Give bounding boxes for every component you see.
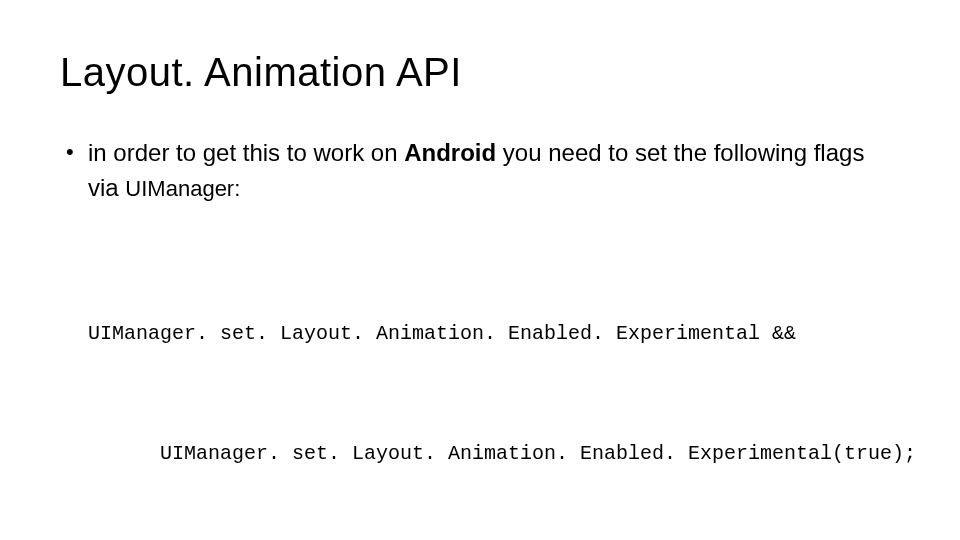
code-block: UIManager. set. Layout. Animation. Enabl… — [88, 234, 900, 540]
bullet-text-prefix: in order to get this to work on — [88, 139, 404, 166]
slide-title: Layout. Animation API — [60, 50, 900, 94]
code-line-2: UIManager. set. Layout. Animation. Enabl… — [88, 434, 900, 474]
bullet-list: in order to get this to work on Android … — [60, 136, 900, 206]
slide: Layout. Animation API in order to get th… — [0, 0, 960, 540]
bullet-item: in order to get this to work on Android … — [88, 136, 900, 206]
bullet-text-uimanager: UIManager: — [125, 176, 240, 201]
bullet-text-strong: Android — [404, 139, 496, 166]
code-line-1: UIManager. set. Layout. Animation. Enabl… — [88, 314, 900, 354]
